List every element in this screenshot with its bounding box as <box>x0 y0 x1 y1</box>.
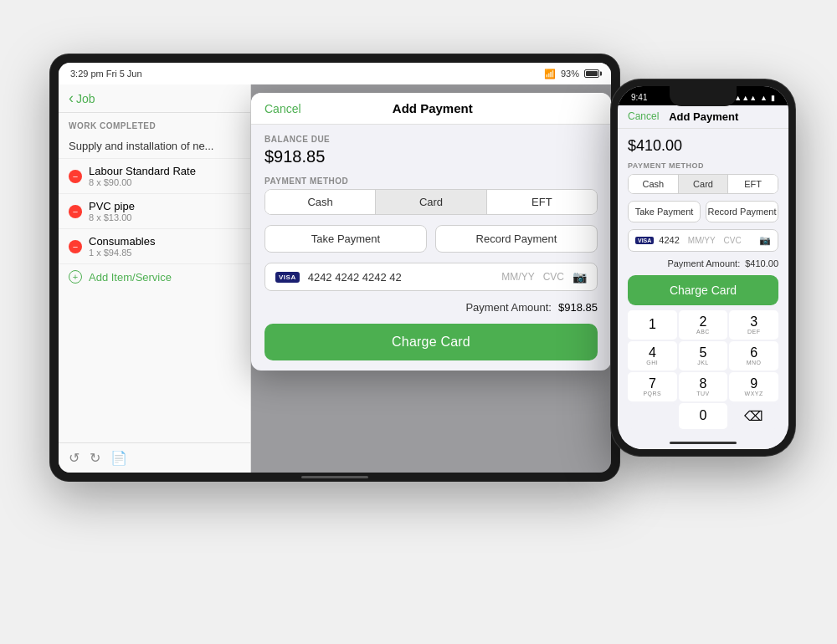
phone-wifi-icon: ▲ <box>760 94 768 102</box>
numpad-key-empty <box>628 403 677 429</box>
labour-item: − Labour Standard Rate 8 x $90.00 <box>59 159 250 194</box>
numpad-key-6[interactable]: 6 MNO <box>729 341 778 371</box>
payment-method-segments: Cash Card EFT <box>264 189 598 215</box>
phone-payment-amount-row: Payment Amount: $410.00 <box>628 258 778 268</box>
segment-eft[interactable]: EFT <box>487 190 597 214</box>
phone-payment-method-label: PAYMENT METHOD <box>628 161 778 170</box>
tablet-home-indicator <box>301 476 368 478</box>
numpad-key-5[interactable]: 5 JKL <box>679 341 728 371</box>
document-icon[interactable]: 📄 <box>110 450 127 466</box>
consumables-sub: 1 x $94.85 <box>89 248 156 258</box>
numpad-key-3[interactable]: 3 DEF <box>729 310 778 340</box>
phone-charge-card-button[interactable]: Charge Card <box>628 275 778 305</box>
phone-card-row: VISA 4242 MM/YY CVC 📷 <box>628 229 778 252</box>
labour-sub: 8 x $90.00 <box>89 177 196 187</box>
numpad-key-4[interactable]: 4 GHI <box>628 341 677 371</box>
visa-badge: VISA <box>275 272 300 283</box>
numpad-delete-key[interactable]: ⌫ <box>729 403 778 429</box>
numpad-key-1[interactable]: 1 <box>628 310 677 340</box>
phone-camera-icon[interactable]: 📷 <box>759 235 771 246</box>
phone-record-payment-btn[interactable]: Record Payment <box>706 201 778 222</box>
tablet-battery-icon <box>584 69 599 78</box>
tablet-screen: 3:29 pm Fri 5 Jun 📶 93% Job WORK COMPLET… <box>59 63 611 473</box>
back-button[interactable]: Job <box>69 89 240 107</box>
phone-numpad: 1 2 ABC 3 DEF 4 GHI 5 <box>628 310 778 429</box>
redo-icon[interactable]: ↻ <box>90 450 100 466</box>
numpad-key-9[interactable]: 9 WXYZ <box>729 372 778 401</box>
phone-payment-amount-label: Payment Amount: <box>667 258 740 268</box>
modal-overlay: Cancel Add Payment BALANCE DUE $918.85 P… <box>251 84 611 473</box>
tablet-wifi-icon: 📶 <box>544 69 556 79</box>
phone-segment-cash[interactable]: Cash <box>629 175 679 193</box>
pvc-minus-btn[interactable]: − <box>69 205 82 218</box>
balance-amount: $918.85 <box>264 147 598 166</box>
tablet-time: 3:29 pm Fri 5 Jun <box>70 69 142 79</box>
phone-segment-card[interactable]: Card <box>679 175 729 193</box>
phone-amount: $410.00 <box>628 137 778 155</box>
consumables-minus-btn[interactable]: − <box>69 240 82 253</box>
phone-screen: 9:41 ▲▲▲ ▲ ▮ Cancel Add Payment $410.00 … <box>618 86 788 449</box>
phone-card-expiry[interactable]: MM/YY <box>688 236 716 245</box>
modal-cancel-button[interactable]: Cancel <box>264 102 301 115</box>
phone-status-right: ▲▲▲ ▲ ▮ <box>734 94 775 102</box>
charge-card-button[interactable]: Charge Card <box>264 324 598 360</box>
add-item-plus-icon[interactable]: + <box>69 270 82 284</box>
sidebar-bottom: ↺ ↻ 📄 <box>59 442 250 473</box>
job-description: Supply and installation of ne... <box>59 134 250 159</box>
phone-take-payment-btn[interactable]: Take Payment <box>628 201 701 222</box>
camera-icon[interactable]: 📷 <box>573 270 587 284</box>
phone-payment-type-row: Take Payment Record Payment <box>628 201 778 222</box>
card-input-row: VISA 4242 4242 4242 42 MM/YY CVC 📷 <box>264 263 598 291</box>
labour-item-info: Labour Standard Rate 8 x $90.00 <box>89 165 196 187</box>
pvc-item: − PVC pipe 8 x $13.00 <box>59 194 250 229</box>
phone-title-bar: Cancel Add Payment <box>618 105 788 129</box>
card-expiry-input[interactable]: MM/YY <box>501 271 534 283</box>
tablet-nav-bar[interactable]: Job <box>59 84 250 113</box>
payment-amount-row: Payment Amount: $918.85 <box>264 301 598 314</box>
scene: 3:29 pm Fri 5 Jun 📶 93% Job WORK COMPLET… <box>33 29 804 615</box>
segment-card[interactable]: Card <box>376 190 486 214</box>
phone-segment-eft[interactable]: EFT <box>728 175 778 193</box>
work-completed-label: WORK COMPLETED <box>59 113 250 134</box>
numpad-key-2[interactable]: 2 ABC <box>679 310 728 340</box>
card-number-input[interactable]: 4242 4242 4242 42 <box>308 271 494 284</box>
phone-payment-amount-value: $410.00 <box>745 258 778 268</box>
take-payment-btn[interactable]: Take Payment <box>264 225 427 253</box>
pvc-item-info: PVC pipe 8 x $13.00 <box>89 200 135 222</box>
numpad-delete-icon: ⌫ <box>744 408 763 424</box>
payment-method-label: PAYMENT METHOD <box>264 176 598 186</box>
tablet: 3:29 pm Fri 5 Jun 📶 93% Job WORK COMPLET… <box>50 54 619 481</box>
segment-cash[interactable]: Cash <box>265 190 376 214</box>
record-payment-btn[interactable]: Record Payment <box>435 225 598 253</box>
card-cvc-input[interactable]: CVC <box>543 271 564 283</box>
add-item-row[interactable]: + Add Item/Service <box>59 264 250 289</box>
tablet-main: Cancel Add Payment BALANCE DUE $918.85 P… <box>251 84 611 473</box>
tablet-status-bar: 3:29 pm Fri 5 Jun 📶 93% <box>59 63 611 84</box>
phone-notch <box>670 86 737 106</box>
consumables-item: − Consumables 1 x $94.85 <box>59 229 250 264</box>
labour-minus-btn[interactable]: − <box>69 170 82 183</box>
modal-title: Add Payment <box>393 101 473 115</box>
pvc-sub: 8 x $13.00 <box>89 212 135 222</box>
payment-type-row: Take Payment Record Payment <box>264 225 598 253</box>
phone-visa-badge: VISA <box>635 237 654 244</box>
phone-signal-icon: ▲▲▲ <box>734 94 757 102</box>
phone: 9:41 ▲▲▲ ▲ ▮ Cancel Add Payment $410.00 … <box>611 79 795 456</box>
phone-card-cvc[interactable]: CVC <box>724 236 742 245</box>
balance-due-label: BALANCE DUE <box>264 135 598 144</box>
numpad-key-7[interactable]: 7 PQRS <box>628 372 677 401</box>
undo-icon[interactable]: ↺ <box>69 450 80 466</box>
add-item-label: Add Item/Service <box>89 271 172 284</box>
phone-card-number[interactable]: 4242 <box>659 235 679 245</box>
phone-bottom-bar <box>618 437 788 449</box>
numpad-key-8[interactable]: 8 TUV <box>679 372 728 401</box>
consumables-name: Consumables <box>89 235 156 248</box>
numpad-key-0[interactable]: 0 <box>679 403 728 429</box>
phone-time: 9:41 <box>631 93 647 102</box>
tablet-battery-pct: 93% <box>561 69 579 79</box>
add-payment-dialog: Cancel Add Payment BALANCE DUE $918.85 P… <box>251 93 611 371</box>
phone-modal-title: Add Payment <box>669 110 738 123</box>
phone-home-indicator <box>670 442 737 444</box>
phone-cancel-button[interactable]: Cancel <box>628 110 659 122</box>
modal-body: BALANCE DUE $918.85 PAYMENT METHOD Cash … <box>251 125 611 371</box>
